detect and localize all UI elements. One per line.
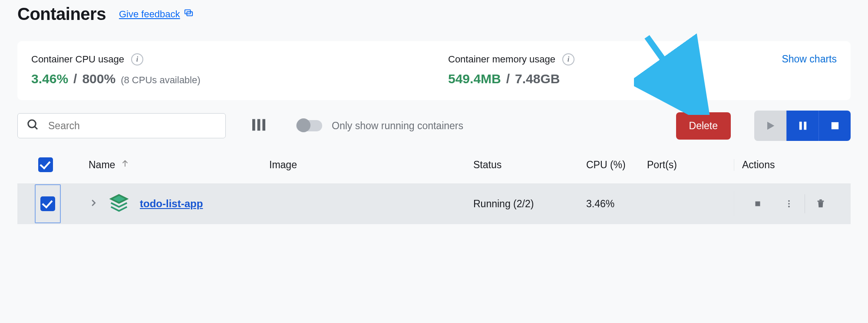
stop-button[interactable] — [818, 111, 851, 141]
svg-rect-17 — [818, 201, 824, 202]
page-header: Containers Give feedback — [17, 4, 851, 24]
expand-chevron-icon[interactable] — [89, 198, 98, 209]
stats-card: Container CPU usage i 3.46% / 800% (8 CP… — [17, 41, 851, 100]
svg-rect-13 — [756, 202, 760, 206]
column-header-actions: Actions — [734, 159, 851, 171]
svg-point-2 — [28, 120, 36, 128]
info-icon[interactable]: i — [131, 53, 143, 65]
memory-stat-label: Container memory usage — [448, 54, 555, 65]
svg-point-16 — [788, 206, 790, 208]
compose-stack-icon — [109, 193, 129, 214]
show-charts-link[interactable]: Show charts — [782, 53, 837, 65]
running-only-label: Only show running containers — [332, 120, 463, 132]
svg-rect-10 — [831, 122, 838, 129]
memory-total-value: 7.48GB — [515, 72, 560, 86]
column-header-image[interactable]: Image — [269, 159, 473, 171]
svg-rect-18 — [819, 199, 822, 201]
cpu-stat-label: Container CPU usage — [31, 54, 124, 65]
svg-marker-12 — [111, 195, 127, 203]
svg-point-15 — [788, 203, 790, 205]
container-name-link[interactable]: todo-list-app — [140, 198, 203, 210]
memory-used-value: 549.4MB — [448, 72, 501, 86]
column-header-name[interactable]: Name — [74, 159, 269, 171]
svg-rect-4 — [252, 119, 255, 131]
svg-rect-9 — [804, 122, 806, 130]
toolbar: Only show running containers Delete — [17, 111, 851, 141]
row-actions — [734, 191, 851, 216]
sort-ascending-icon — [120, 159, 130, 171]
memory-stat: Container memory usage i 549.4MB / 7.48G… — [448, 53, 782, 86]
feedback-icon — [184, 8, 193, 20]
column-header-ports[interactable]: Port(s) — [647, 159, 734, 171]
give-feedback-link[interactable]: Give feedback — [119, 8, 193, 20]
svg-marker-7 — [767, 122, 774, 130]
search-field[interactable] — [17, 113, 226, 138]
search-input[interactable] — [48, 120, 217, 132]
row-stop-button[interactable] — [742, 191, 773, 216]
start-button[interactable] — [754, 111, 786, 141]
svg-rect-8 — [799, 122, 802, 130]
running-only-toggle[interactable] — [296, 120, 322, 131]
cpu-used-value: 3.46% — [31, 72, 68, 86]
row-cpu-cell: 3.46% — [586, 198, 647, 210]
row-checkbox[interactable] — [40, 196, 55, 211]
svg-rect-5 — [257, 119, 261, 131]
select-all-checkbox[interactable] — [38, 157, 53, 172]
bulk-action-group — [754, 111, 851, 141]
cpu-sub-label: (8 CPUs available) — [121, 75, 200, 86]
containers-table: Name Image Status CPU (%) Port(s) Action… — [17, 153, 851, 224]
row-status-cell: Running (2/2) — [473, 198, 586, 210]
row-delete-button[interactable] — [805, 191, 836, 216]
cpu-total-value: 800% — [82, 72, 116, 86]
info-icon[interactable]: i — [562, 53, 574, 65]
page-title: Containers — [17, 4, 106, 24]
svg-rect-6 — [262, 119, 265, 131]
column-header-status[interactable]: Status — [473, 159, 586, 171]
table-row[interactable]: todo-list-app Running (2/2) 3.46% — [17, 183, 851, 224]
search-icon — [26, 118, 40, 133]
running-only-toggle-wrap: Only show running containers — [296, 120, 463, 132]
feedback-link-label: Give feedback — [119, 9, 180, 20]
row-checkbox-focus — [35, 184, 61, 223]
table-header: Name Image Status CPU (%) Port(s) Action… — [17, 153, 851, 183]
cpu-stat: Container CPU usage i 3.46% / 800% (8 CP… — [31, 53, 448, 86]
svg-point-14 — [788, 200, 790, 202]
delete-button[interactable]: Delete — [676, 112, 731, 140]
pause-button[interactable] — [786, 111, 818, 141]
column-header-cpu[interactable]: CPU (%) — [586, 159, 647, 171]
row-more-button[interactable] — [773, 191, 805, 216]
svg-line-3 — [35, 127, 37, 129]
columns-button[interactable] — [248, 114, 270, 138]
cpu-sep: / — [73, 72, 77, 86]
memory-sep: / — [506, 72, 510, 86]
